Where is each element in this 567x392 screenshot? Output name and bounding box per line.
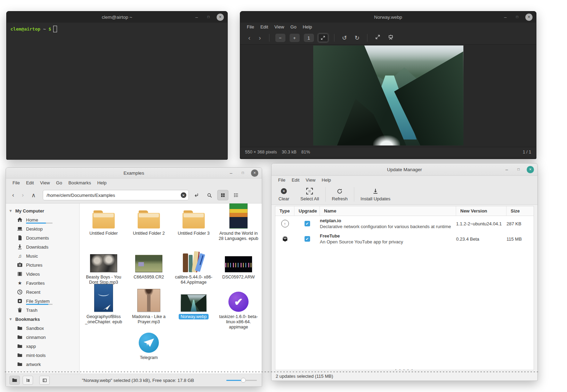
maximize-button[interactable]: □ bbox=[239, 169, 246, 177]
rotate-left-icon[interactable]: ↺ bbox=[339, 34, 350, 42]
slideshow-icon[interactable] bbox=[385, 34, 396, 42]
terminal-screen[interactable]: clem@airtop ~ $ bbox=[7, 23, 227, 35]
column-header-type[interactable]: Type bbox=[275, 206, 294, 216]
file-item-untitled-folder-3[interactable]: Untitled Folder 3 bbox=[172, 206, 215, 236]
column-header-name[interactable]: Name bbox=[320, 206, 456, 216]
clear-button[interactable]: ✕ Clear bbox=[273, 184, 295, 205]
sidebar-item-xapp[interactable]: xapp bbox=[6, 342, 79, 351]
file-item-madonna-mp3[interactable]: Madonna - Like a Prayer.mp3 bbox=[128, 290, 170, 325]
zoom-out-button[interactable]: − bbox=[275, 34, 285, 42]
minimize-button[interactable]: – bbox=[227, 169, 235, 177]
column-header-new-version[interactable]: New Version bbox=[456, 206, 507, 216]
update-row-netplan[interactable]: ↑ ✔ netplan.io Declarative network confi… bbox=[275, 216, 534, 231]
file-item-dsc05972-arw[interactable]: DSC05972.ARW bbox=[217, 250, 260, 280]
um-titlebar[interactable]: Update Manager – □ × bbox=[272, 164, 537, 176]
file-item-untitled-folder-2[interactable]: Untitled Folder 2 bbox=[128, 206, 170, 236]
zoom-in-button[interactable]: + bbox=[290, 34, 300, 42]
location-input[interactable] bbox=[43, 190, 189, 200]
select-all-button[interactable]: Select All bbox=[295, 184, 324, 205]
menu-file[interactable]: File bbox=[244, 23, 257, 31]
sidebar-item-documents[interactable]: Documents bbox=[6, 233, 79, 242]
up-icon[interactable]: ∧ bbox=[29, 192, 38, 199]
maximize-button[interactable]: □ bbox=[513, 14, 521, 21]
sidebar-item-downloads[interactable]: Downloads bbox=[6, 242, 79, 251]
places-pane-button[interactable] bbox=[9, 376, 20, 385]
sidebar-item-artwork[interactable]: artwork bbox=[6, 360, 79, 369]
sidebar-section-my-computer[interactable]: ▼ My Computer bbox=[6, 206, 79, 215]
sidebar-item-videos[interactable]: Videos bbox=[6, 269, 79, 278]
maximize-button[interactable]: □ bbox=[515, 166, 522, 173]
maximize-button[interactable]: □ bbox=[205, 14, 212, 21]
minimize-button[interactable]: – bbox=[193, 14, 200, 21]
updates-list[interactable]: Type Upgrade Name New Version Size ↑ ✔ n… bbox=[275, 206, 534, 370]
menu-file[interactable]: File bbox=[9, 178, 23, 187]
terminal-titlebar[interactable]: clem@airtop ~ – □ × bbox=[7, 11, 227, 23]
minimize-button[interactable]: – bbox=[502, 14, 509, 21]
menu-file[interactable]: File bbox=[275, 176, 289, 184]
back-icon[interactable]: ‹ bbox=[245, 34, 253, 42]
file-item-taskizer-appimage[interactable]: ✔ taskizer-1.6.0- beta-linux-x86-64. app… bbox=[217, 290, 260, 330]
sidebar-item-trash[interactable]: Trash bbox=[6, 306, 79, 315]
minimize-button[interactable]: – bbox=[503, 166, 510, 173]
chevron-down-icon[interactable]: ▼ bbox=[9, 317, 13, 321]
slider-knob[interactable] bbox=[241, 378, 246, 383]
enter-location-icon[interactable] bbox=[191, 190, 202, 200]
close-button[interactable]: × bbox=[525, 14, 533, 21]
sidebar-item-favorites[interactable]: ★ Favorites bbox=[6, 278, 79, 287]
close-button[interactable]: × bbox=[527, 166, 534, 173]
upgrade-checkbox[interactable]: ✔ bbox=[305, 221, 310, 226]
sidebar-item-sandbox[interactable]: Sandbox bbox=[6, 324, 79, 333]
menu-view[interactable]: View bbox=[37, 178, 53, 187]
column-header-size[interactable]: Size bbox=[507, 206, 534, 216]
file-grid[interactable]: Untitled Folder Untitled Folder 2 Untitl… bbox=[80, 203, 262, 374]
fullscreen-icon[interactable] bbox=[372, 34, 383, 41]
menu-view[interactable]: View bbox=[271, 23, 287, 31]
menu-edit[interactable]: Edit bbox=[23, 178, 37, 187]
close-button[interactable]: × bbox=[251, 169, 258, 177]
forward-icon[interactable]: › bbox=[256, 34, 264, 42]
search-icon[interactable] bbox=[204, 190, 215, 200]
close-button[interactable]: × bbox=[217, 14, 224, 21]
pane-splitter[interactable]: • • • • • bbox=[272, 368, 537, 372]
menu-edit[interactable]: Edit bbox=[289, 176, 302, 184]
rotate-right-icon[interactable]: ↻ bbox=[352, 34, 362, 42]
nemo-titlebar[interactable]: Examples – □ × bbox=[6, 168, 262, 178]
grid-view-button[interactable] bbox=[217, 190, 228, 200]
menu-help[interactable]: Help bbox=[94, 178, 110, 187]
menu-view[interactable]: View bbox=[302, 176, 318, 184]
viewer-titlebar[interactable]: Norway.webp – □ × bbox=[240, 11, 536, 23]
zoom-normal-button[interactable]: 1 bbox=[304, 34, 314, 42]
file-item-around-the-world-epub[interactable]: Around the World in 28 Languages. epub bbox=[217, 206, 260, 241]
sidebar-item-mint-tools[interactable]: mint-tools bbox=[6, 351, 79, 360]
menu-go[interactable]: Go bbox=[53, 178, 65, 187]
menu-edit[interactable]: Edit bbox=[257, 23, 271, 31]
upgrade-checkbox[interactable]: ✔ bbox=[305, 236, 310, 242]
refresh-button[interactable]: Refresh bbox=[326, 184, 354, 205]
chevron-down-icon[interactable]: ▼ bbox=[9, 209, 13, 213]
file-item-beasty-boys-mp3[interactable]: Beasty Boys - You Dont Stop.mp3 bbox=[82, 250, 125, 285]
back-icon[interactable]: ‹ bbox=[9, 192, 17, 199]
sidebar-item-cinnamon[interactable]: cinnamon bbox=[6, 333, 79, 342]
menu-go[interactable]: Go bbox=[287, 23, 299, 31]
file-item-telegram[interactable]: Telegram bbox=[128, 331, 170, 360]
sidebar-item-pictures[interactable]: Pictures bbox=[6, 260, 79, 269]
forward-icon[interactable]: › bbox=[19, 192, 27, 199]
sidebar-item-file-system[interactable]: File System bbox=[6, 297, 79, 306]
file-item-calibre-appimage[interactable]: calibre-5.44.0- x86-64.AppImage bbox=[172, 250, 215, 285]
menu-help[interactable]: Help bbox=[300, 23, 315, 31]
zoom-slider[interactable] bbox=[226, 378, 257, 383]
sidebar-item-recent[interactable]: Recent bbox=[6, 287, 79, 297]
sidebar-item-desktop[interactable]: Desktop bbox=[6, 224, 79, 233]
viewer-canvas[interactable] bbox=[240, 45, 536, 147]
install-updates-button[interactable]: Install Updates bbox=[355, 184, 396, 205]
clear-location-icon[interactable]: ✕ bbox=[181, 192, 186, 198]
menu-bookmarks[interactable]: Bookmarks bbox=[65, 178, 94, 187]
file-item-geography-of-bliss-epub[interactable]: GeographyofBliss _oneChapter. epub bbox=[82, 290, 125, 325]
file-item-norway-webp-selected[interactable]: Norway.webp bbox=[172, 290, 215, 319]
sidebar-section-bookmarks[interactable]: ▼ Bookmarks bbox=[6, 315, 79, 324]
sidebar-item-home[interactable]: Home bbox=[6, 215, 79, 224]
zoom-fit-button[interactable] bbox=[318, 34, 328, 42]
treeview-pane-button[interactable] bbox=[23, 376, 33, 385]
menu-help[interactable]: Help bbox=[318, 176, 334, 184]
column-header-upgrade[interactable]: Upgrade bbox=[294, 206, 320, 216]
